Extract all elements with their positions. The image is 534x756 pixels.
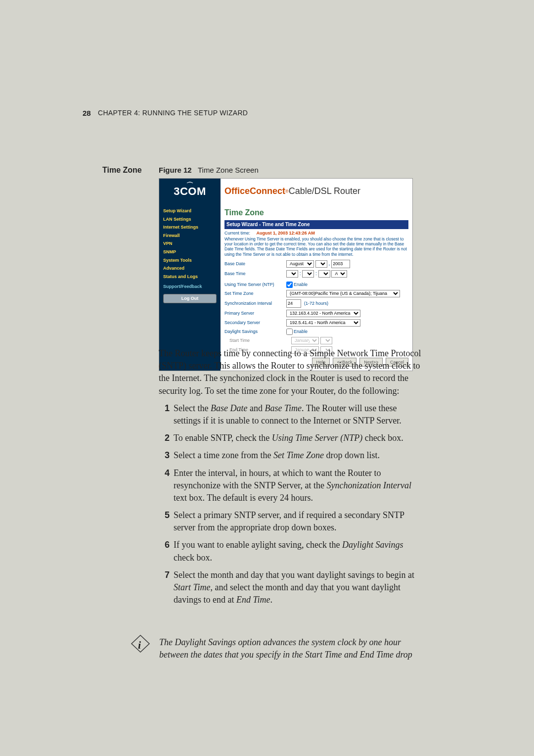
step-1-text: Select the Base Date and Base Time. The … xyxy=(174,402,426,427)
sidebar-item-firewall[interactable]: Firewall xyxy=(159,232,221,240)
step-5-number: 5 xyxy=(159,509,174,534)
chapter-header-text: CHAPTER 4: RUNNING THE SETUP WIZARD xyxy=(98,109,248,117)
base-time-s-select[interactable]: 00 xyxy=(318,270,330,278)
step-4-text: Enter the interval, in hours, at which t… xyxy=(174,467,426,505)
secondary-server-select[interactable]: 192.5.41.41 - North America xyxy=(286,319,360,327)
primary-server-select[interactable]: 132.163.4.102 - North America xyxy=(286,310,360,317)
step-6-number: 6 xyxy=(159,539,174,564)
step-3-number: 3 xyxy=(159,449,174,462)
step-3: 3 Select a time zone from the Set Time Z… xyxy=(159,449,426,462)
sidebar-item-snmp[interactable]: SNMP xyxy=(159,248,221,256)
current-time-row: Current time: August 1, 2003 12:43:26 AM xyxy=(224,229,408,236)
sidebar-item-setup-wizard[interactable]: Setup Wizard xyxy=(159,207,221,215)
brand-rest: Cable/DSL Router xyxy=(289,185,360,197)
chapter-header: CHAPTER 4: RUNNING THE SETUP WIZARD xyxy=(98,108,248,118)
step-1: 1 Select the Base Date and Base Time. Th… xyxy=(159,402,426,427)
figure-label: Figure 12 xyxy=(159,166,192,174)
sidebar-item-support-feedback[interactable]: Support/Feedback xyxy=(159,281,221,291)
step-6-text: If you want to enable aylight saving, ch… xyxy=(174,539,426,564)
screenshot-body: Setup Wizard LAN Settings Internet Setti… xyxy=(159,204,412,371)
base-date-month-select[interactable]: August xyxy=(286,260,314,268)
timezone-row: Set Time Zone (GMT-08:00)Pacific Time (U… xyxy=(224,289,408,298)
base-time-label: Base Time xyxy=(224,271,286,277)
base-time-h-select[interactable]: 12 xyxy=(286,270,298,278)
primary-server-row: Primary Server 132.163.4.102 - North Ame… xyxy=(224,309,408,318)
dst-start-month-select[interactable]: January xyxy=(291,337,319,344)
dst-start-row: Start Time January 1 xyxy=(224,336,408,345)
sync-interval-input[interactable] xyxy=(286,299,301,308)
step-1-number: 1 xyxy=(159,402,174,427)
dst-label: Daylight Savings xyxy=(224,329,286,335)
sidebar-item-internet-settings[interactable]: Internet Settings xyxy=(159,223,221,232)
base-date-label: Base Date xyxy=(224,261,286,267)
brand-bold: OfficeConnect xyxy=(224,185,285,197)
swoosh-icon: ⌒ xyxy=(186,181,194,190)
timezone-label: Set Time Zone xyxy=(224,290,286,297)
sync-label: Synchronization Interval xyxy=(224,300,286,307)
sidebar-item-lan-settings[interactable]: LAN Settings xyxy=(159,215,221,224)
step-7: 7 Select the month and day that you want… xyxy=(159,569,426,607)
figure-caption: Figure 12 Time Zone Screen xyxy=(159,165,259,175)
current-time-label: Current time: xyxy=(224,231,250,236)
body-text: The Router keeps time by connecting to a… xyxy=(159,347,426,606)
base-date-year-input[interactable] xyxy=(331,260,350,268)
page-number: 28 xyxy=(83,108,91,118)
secondary-server-label: Secondary Server xyxy=(224,320,286,326)
info-note-block: i The Daylight Savings option advances t… xyxy=(130,636,426,661)
ntp-enable-text: Enable xyxy=(293,282,308,288)
brand-reg: ® xyxy=(285,189,289,195)
comma: , xyxy=(327,260,331,267)
dst-enable-text: Enable xyxy=(293,329,308,335)
base-time-row: Base Time 12 : 00 : 00 AM xyxy=(224,269,408,279)
main-panel: Time Zone Setup Wizard - Time and Time Z… xyxy=(221,204,412,371)
base-time-ampm-select[interactable]: AM xyxy=(331,270,347,278)
figure-title xyxy=(194,166,198,174)
secondary-server-row: Secondary Server 192.5.41.41 - North Ame… xyxy=(224,318,408,328)
info-text: Whenever Using Time Server is enabled, y… xyxy=(224,236,408,259)
base-date-row: Base Date August 1 , xyxy=(224,259,408,269)
sync-hint: (1-72 hours) xyxy=(301,300,328,307)
primary-server-label: Primary Server xyxy=(224,310,286,317)
sidebar-item-vpn[interactable]: VPN xyxy=(159,239,221,248)
dst-row: Daylight Savings Enable xyxy=(224,328,408,336)
step-4: 4 Enter the interval, in hours, at which… xyxy=(159,467,426,505)
sidebar-nav: Setup Wizard LAN Settings Internet Setti… xyxy=(159,204,221,371)
timezone-select[interactable]: (GMT-08:00)Pacific Time (US & Canada); T… xyxy=(286,290,400,297)
step-7-text: Select the month and day that you want d… xyxy=(174,569,426,607)
sidebar-item-system-tools[interactable]: System Tools xyxy=(159,256,221,265)
step-2-text: To enable SNTP, check the Using Time Ser… xyxy=(174,432,426,444)
dst-enable-checkbox[interactable] xyxy=(286,329,293,335)
ntp-label: Using Time Server (NTP) xyxy=(224,282,286,288)
intro-paragraph: The Router keeps time by connecting to a… xyxy=(159,347,426,397)
info-icon: i xyxy=(130,636,149,652)
sidebar-item-advanced[interactable]: Advanced xyxy=(159,264,221,273)
step-5-text: Select a primary SNTP server, and if req… xyxy=(174,509,426,534)
dst-start-day-select[interactable]: 1 xyxy=(320,337,332,344)
current-time-value: August 1, 2003 12:43:26 AM xyxy=(257,231,315,236)
screenshot-header: ⌒ 3COM OfficeConnect® Cable/DSL Router xyxy=(159,179,412,204)
colon2: : xyxy=(314,270,318,277)
wizard-step-bar: Setup Wizard - Time and Time Zone xyxy=(224,220,408,229)
step-4-number: 4 xyxy=(159,467,174,505)
step-2: 2 To enable SNTP, check the Using Time S… xyxy=(159,432,426,444)
step-6: 6 If you want to enable aylight saving, … xyxy=(159,539,426,564)
panel-title: Time Zone xyxy=(224,207,408,218)
ntp-enable-checkbox[interactable] xyxy=(286,282,293,288)
logo-3com: ⌒ 3COM xyxy=(159,179,221,204)
dst-start-label: Start Time xyxy=(224,337,291,344)
logout-button[interactable]: Log Out xyxy=(163,294,217,303)
sync-row: Synchronization Interval (1-72 hours) xyxy=(224,298,408,309)
figure-title-text: Time Zone Screen xyxy=(198,166,259,174)
step-7-number: 7 xyxy=(159,569,174,607)
ntp-row: Using Time Server (NTP) Enable xyxy=(224,279,408,289)
colon1: : xyxy=(298,270,302,277)
info-note-text: The Daylight Savings option advances the… xyxy=(149,636,426,661)
screenshot-figure: ⌒ 3COM OfficeConnect® Cable/DSL Router S… xyxy=(159,178,413,371)
sidebar-item-status-logs[interactable]: Status and Logs xyxy=(159,273,221,281)
step-3-text: Select a time zone from the Set Time Zon… xyxy=(174,449,426,462)
base-time-m-select[interactable]: 00 xyxy=(302,270,314,278)
brand-title: OfficeConnect® Cable/DSL Router xyxy=(221,179,412,204)
section-title: Time Zone xyxy=(102,165,142,176)
base-date-day-select[interactable]: 1 xyxy=(315,260,327,268)
step-5: 5 Select a primary SNTP server, and if r… xyxy=(159,509,426,534)
